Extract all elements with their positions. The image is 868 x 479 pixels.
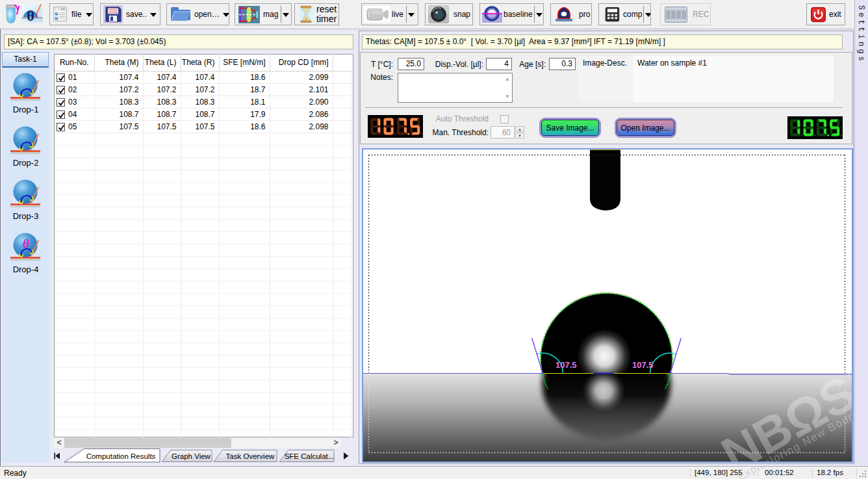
svg-text:Computation Results: Computation Results xyxy=(86,452,156,460)
svg-text:Task Overview: Task Overview xyxy=(226,452,275,460)
svg-text:θ: θ xyxy=(23,237,29,250)
svg-text:θ: θ xyxy=(27,8,34,24)
svg-text:SFE Calculat...: SFE Calculat... xyxy=(285,452,335,460)
svg-text:107.5: 107.5 xyxy=(632,360,654,370)
svg-text:107.5: 107.5 xyxy=(555,360,577,370)
svg-text:Graph View: Graph View xyxy=(172,452,211,460)
